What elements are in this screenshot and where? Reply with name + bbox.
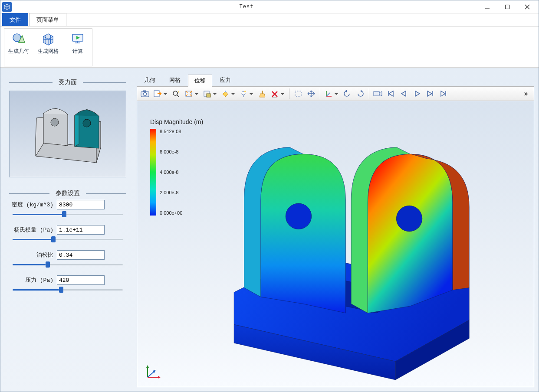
view-direction-icon[interactable] — [220, 88, 237, 100]
application-window: Test 文件 页面菜单 生成几何 — [0, 0, 539, 392]
axis-triad-icon — [144, 363, 161, 381]
shapes-icon — [11, 31, 26, 46]
ribbon: 生成几何 生成网格 — [0, 26, 539, 68]
svg-rect-48 — [374, 91, 379, 96]
svg-rect-40 — [262, 91, 263, 94]
minimize-button[interactable] — [478, 1, 497, 13]
slider-pressure[interactable] — [13, 287, 123, 292]
delete-icon[interactable] — [269, 88, 286, 100]
legend-tick: 4.000e-8 — [160, 170, 182, 175]
svg-line-31 — [177, 95, 179, 97]
snapshot-icon[interactable] — [139, 88, 151, 100]
zoom-box-icon[interactable] — [201, 88, 219, 100]
ribbon-label: 生成网格 — [38, 48, 59, 55]
legend-tick: 6.000e-8 — [160, 149, 182, 154]
graphics-area: 几何 网格 位移 应力 — [135, 68, 539, 392]
svg-rect-36 — [225, 91, 226, 92]
ribbon-button-generate-mesh[interactable]: 生成网格 — [36, 29, 60, 65]
svg-marker-53 — [415, 91, 420, 96]
label-density: 密度 (kg/m^3) — [10, 201, 53, 209]
svg-point-22 — [51, 118, 59, 126]
svg-marker-67 — [158, 376, 161, 379]
geometry-preview[interactable] — [9, 91, 126, 177]
label-young: 杨氏模量 (Pa) — [10, 226, 53, 234]
close-button[interactable] — [518, 1, 537, 13]
view-tab-stress[interactable]: 应力 — [213, 74, 237, 86]
panel-title-text: 参数设置 — [49, 189, 86, 197]
svg-rect-2 — [506, 5, 509, 9]
anim-last-icon[interactable] — [437, 88, 449, 100]
legend-color-bar — [150, 129, 156, 216]
ribbon-button-solve[interactable]: 计算 — [66, 29, 89, 65]
cube-mesh-icon — [41, 31, 56, 46]
main-area: 受力面 — [0, 68, 539, 392]
svg-point-27 — [143, 92, 147, 96]
svg-marker-65 — [146, 365, 149, 368]
input-pressure[interactable] — [57, 275, 105, 285]
view-tab-displacement[interactable]: 位移 — [188, 75, 212, 87]
title-bar: Test — [0, 0, 539, 13]
camera-icon[interactable] — [372, 88, 384, 100]
ribbon-label: 计算 — [72, 48, 83, 55]
svg-point-62 — [286, 203, 312, 229]
pan-icon[interactable] — [305, 88, 317, 100]
anim-play-icon[interactable] — [411, 88, 423, 100]
panel-title-params: 参数设置 — [9, 189, 126, 197]
slider-poisson[interactable] — [13, 262, 123, 267]
slider-young[interactable] — [13, 237, 123, 242]
panel-title-text: 受力面 — [53, 78, 83, 86]
color-legend: Disp Magnitude (m) 8.542e-08 6.000e-8 4.… — [150, 118, 228, 216]
viewport-3d[interactable]: Disp Magnitude (m) 8.542e-08 6.000e-8 4.… — [137, 101, 534, 387]
input-young[interactable] — [57, 225, 105, 235]
zoom-reset-icon[interactable] — [170, 88, 182, 100]
input-poisson[interactable] — [57, 250, 105, 260]
light-icon[interactable] — [238, 88, 255, 100]
monitor-play-icon — [70, 31, 85, 46]
anim-prev-icon[interactable] — [398, 88, 410, 100]
label-poisson: 泊松比 — [10, 251, 53, 259]
viewport-toolbar: » — [137, 86, 534, 101]
maximize-button[interactable] — [498, 1, 517, 13]
svg-marker-52 — [401, 91, 406, 96]
select-box-icon[interactable] — [292, 88, 304, 100]
anim-first-icon[interactable] — [385, 88, 397, 100]
rotate-ccw-icon[interactable] — [341, 88, 353, 100]
svg-marker-56 — [441, 91, 445, 96]
toolbar-more[interactable]: » — [520, 88, 532, 100]
svg-marker-54 — [427, 91, 432, 96]
svg-point-63 — [396, 206, 422, 232]
label-pressure: 压力 (Pa) — [10, 276, 53, 284]
panel-title-face: 受力面 — [9, 78, 126, 86]
view-tab-mesh[interactable]: 网格 — [163, 74, 187, 86]
sidebar: 受力面 — [0, 68, 135, 392]
anim-next-icon[interactable] — [424, 88, 436, 100]
input-density[interactable] — [57, 200, 105, 209]
window-title: Test — [15, 4, 478, 10]
view-tab-geometry[interactable]: 几何 — [138, 74, 162, 86]
tab-file[interactable]: 文件 — [2, 13, 28, 26]
legend-tick: 8.542e-08 — [160, 129, 182, 134]
tab-page-menu[interactable]: 页面菜单 — [29, 13, 66, 26]
main-tabbar: 文件 页面菜单 — [0, 13, 539, 26]
legend-title: Disp Magnitude (m) — [150, 118, 228, 125]
svg-marker-49 — [379, 91, 382, 96]
svg-line-47 — [326, 93, 330, 96]
legend-tick: 2.000e-8 — [160, 190, 182, 195]
svg-rect-34 — [207, 94, 210, 97]
svg-rect-28 — [143, 91, 146, 92]
svg-point-30 — [173, 91, 177, 95]
zoom-extents-icon[interactable] — [183, 88, 200, 100]
svg-marker-50 — [389, 91, 393, 96]
svg-rect-44 — [295, 91, 301, 96]
ribbon-button-generate-geometry[interactable]: 生成几何 — [7, 29, 30, 65]
ribbon-group: 生成几何 生成网格 — [4, 28, 92, 66]
app-logo — [2, 2, 12, 12]
rotate-cw-icon[interactable] — [354, 88, 366, 100]
clear-icon[interactable] — [256, 88, 268, 100]
legend-tick: 0.000e+00 — [160, 210, 182, 216]
svg-point-25 — [83, 119, 91, 127]
axis-triad-icon[interactable] — [323, 88, 340, 100]
slider-density[interactable] — [13, 212, 123, 216]
svg-marker-24 — [75, 113, 79, 147]
export-icon[interactable] — [152, 88, 169, 100]
